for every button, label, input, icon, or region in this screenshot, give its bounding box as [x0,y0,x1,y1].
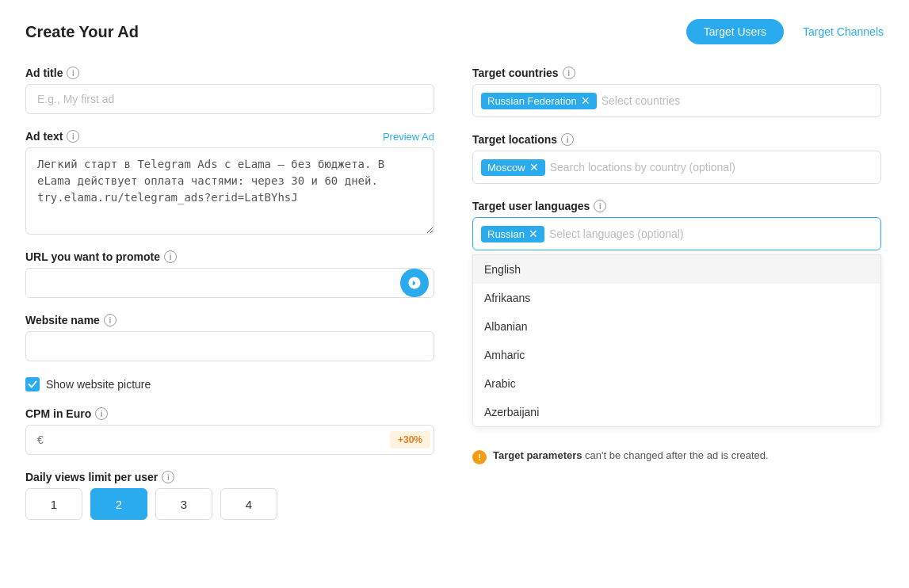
target-locations-group: Target locations i Moscow ✕ Search locat… [472,133,881,184]
cpm-input[interactable]: 0.00 [48,426,387,454]
ad-text-label: Ad text i [25,130,79,143]
website-name-input[interactable]: Telegram Ads в eLama [25,331,434,361]
target-locations-tag: Moscow ✕ [481,159,545,176]
dropdown-item-afrikaans[interactable]: Afrikaans [473,284,880,312]
dropdown-item-amharic[interactable]: Amharic [473,341,880,369]
ad-title-input[interactable] [25,84,434,114]
target-locations-info-icon[interactable]: i [561,133,574,146]
preview-ad-button[interactable]: Preview Ad [383,131,434,143]
dropdown-item-azerbaijani[interactable]: Azerbaijani [473,398,880,426]
daily-views-label: Daily views limit per user i [25,471,434,483]
website-name-label: Website name i [25,314,434,326]
target-countries-input[interactable]: Russian Federation ✕ Select countries [472,84,881,117]
target-locations-label: Target locations i [472,133,881,146]
target-countries-placeholder: Select countries [602,94,681,107]
cpm-group: CPM in Euro i € 0.00 +30% [25,407,434,455]
dropdown-item-arabic[interactable]: Arabic [473,369,880,398]
target-users-button[interactable]: Target Users [686,19,784,44]
views-btn-2[interactable]: 2 [90,488,147,520]
dropdown-item-albanian[interactable]: Albanian [473,312,880,341]
target-locations-placeholder: Search locations by country (optional) [550,161,735,174]
target-languages-input[interactable]: Russian ✕ Select languages (optional) [472,217,881,250]
target-languages-tag-remove[interactable]: ✕ [529,228,538,239]
target-languages-tag: Russian ✕ [481,226,544,242]
ad-title-label: Ad title i [25,67,434,79]
url-group: URL you want to promote i http://try.ela… [25,250,434,298]
target-locations-tag-remove[interactable]: ✕ [529,162,539,173]
website-name-group: Website name i Telegram Ads в eLama [25,314,434,361]
ad-text-info-icon[interactable]: i [67,130,79,143]
left-column: Ad title i Ad text i Preview Ad Легкий с… [25,67,434,520]
views-btn-3[interactable]: 3 [155,488,212,520]
target-languages-placeholder: Select languages (optional) [549,227,684,240]
header-buttons: Target Users Target Channels [686,19,884,44]
show-website-picture-row: Show website picture [25,377,434,391]
target-countries-info-icon[interactable]: i [563,67,575,79]
target-languages-info-icon[interactable]: i [594,200,606,212]
url-external-icon[interactable] [400,269,429,297]
warning-row: ! Target parameters can't be changed aft… [472,443,881,464]
website-name-info-icon[interactable]: i [104,314,116,326]
url-info-icon[interactable]: i [164,250,177,263]
url-input-row: http://try.elama.ru/telegram_ads?erid=La… [25,268,434,298]
cpm-badge: +30% [390,431,430,449]
page-header: Create Your Ad Target Users Target Chann… [25,19,884,44]
show-website-picture-label: Show website picture [46,378,151,391]
target-locations-input[interactable]: Moscow ✕ Search locations by country (op… [472,151,881,184]
ad-text-label-row: Ad text i Preview Ad [25,130,434,143]
target-channels-button[interactable]: Target Channels [803,25,884,38]
target-countries-tag-remove[interactable]: ✕ [581,95,590,106]
target-countries-group: Target countries i Russian Federation ✕ … [472,67,881,117]
daily-views-group: Daily views limit per user i 1 2 3 4 [25,471,434,520]
right-column: Target countries i Russian Federation ✕ … [472,67,881,520]
cpm-label: CPM in Euro i [25,407,434,420]
main-layout: Ad title i Ad text i Preview Ad Легкий с… [25,67,881,520]
languages-dropdown: English Afrikaans Albanian Amharic Arabi… [472,254,881,427]
target-languages-group: Target user languages i Russian ✕ Select… [472,200,881,427]
euro-sign: € [37,433,44,446]
url-label: URL you want to promote i [25,250,434,263]
url-input[interactable]: http://try.elama.ru/telegram_ads?erid=La… [26,269,400,297]
cpm-input-wrap: € 0.00 +30% [25,425,434,455]
views-btn-4[interactable]: 4 [220,488,277,520]
daily-views-info-icon[interactable]: i [162,471,174,483]
warning-text: Target parameters can't be changed after… [493,449,769,461]
cpm-info-icon[interactable]: i [95,407,108,420]
ad-title-info-icon[interactable]: i [67,67,79,79]
target-countries-tag: Russian Federation ✕ [481,93,597,109]
warning-icon: ! [472,450,487,464]
ad-text-group: Ad text i Preview Ad Легкий старт в Tele… [25,130,434,235]
show-website-picture-checkbox[interactable] [25,377,40,391]
ad-title-group: Ad title i [25,67,434,114]
target-countries-label: Target countries i [472,67,881,79]
target-languages-label: Target user languages i [472,200,881,212]
ad-text-input[interactable]: Легкий старт в Telegram Ads с eLama — бе… [25,147,434,235]
views-btn-1[interactable]: 1 [25,488,82,520]
views-limit-buttons: 1 2 3 4 [25,488,434,520]
page-title: Create Your Ad [25,23,139,41]
dropdown-item-english[interactable]: English [473,255,880,284]
